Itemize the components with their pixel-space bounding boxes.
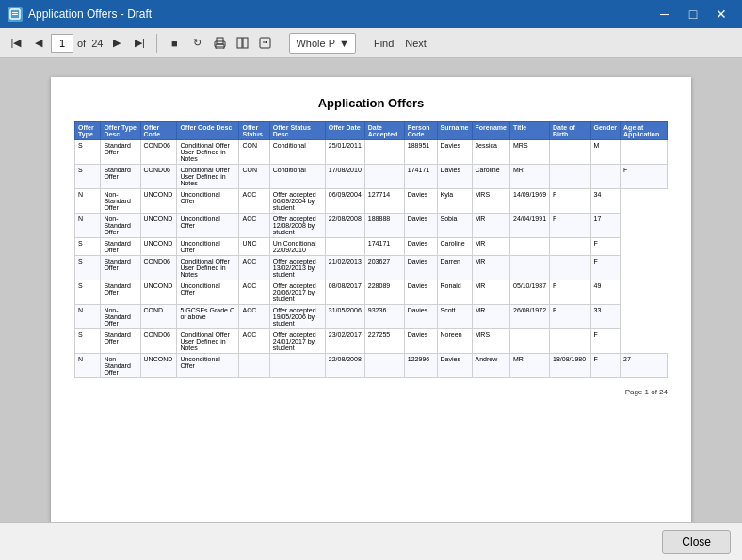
- svg-rect-7: [243, 38, 248, 48]
- table-cell: Standard Offer: [101, 329, 140, 354]
- table-cell: Conditional Offer User Defined in Notes: [177, 165, 239, 189]
- table-cell: 17/08/2010: [325, 165, 364, 189]
- table-cell: Standard Offer: [101, 280, 140, 305]
- table-cell: [550, 238, 590, 256]
- table-cell: UNCOND: [140, 354, 177, 378]
- next-page-button[interactable]: ▶: [106, 33, 127, 54]
- col-offer-status-desc: Offer Status Desc: [269, 122, 325, 140]
- table-cell: Davies: [437, 140, 472, 165]
- table-cell: 08/08/2017: [325, 280, 364, 305]
- table-row: SStandard OfferCOND06Conditional Offer U…: [75, 140, 668, 165]
- table-cell: 34: [590, 189, 621, 214]
- table-cell: [550, 256, 590, 280]
- table-cell: [590, 165, 621, 189]
- svg-rect-2: [12, 14, 18, 15]
- maximize-button[interactable]: □: [680, 5, 706, 24]
- export-button[interactable]: [254, 33, 275, 54]
- toolbar: |◀ ◀ 1 of 24 ▶ ▶| ■ ↻ Whole P ▼ Find Nex…: [0, 28, 742, 58]
- page-number-input[interactable]: 1: [51, 34, 73, 53]
- print-button[interactable]: [209, 33, 230, 54]
- table-cell: 122996: [404, 354, 437, 378]
- table-row: NNon-Standard OfferUNCONDUnconditional O…: [75, 354, 668, 378]
- table-cell: [510, 329, 550, 354]
- table-cell: Unconditional Offer: [177, 280, 239, 305]
- minimize-button[interactable]: ─: [652, 5, 678, 24]
- table-cell: COND06: [140, 329, 177, 354]
- table-cell: UNCOND: [140, 214, 177, 238]
- find-button[interactable]: Find: [370, 33, 397, 54]
- table-cell: F: [590, 256, 621, 280]
- table-cell: MR: [510, 354, 550, 378]
- table-row: SStandard OfferCOND06Conditional Offer U…: [75, 256, 668, 280]
- table-cell: Sobia: [437, 214, 472, 238]
- table-cell: Conditional Offer User Defined in Notes: [177, 329, 239, 354]
- table-cell: Standard Offer: [101, 256, 140, 280]
- table-cell: Unconditional Offer: [177, 214, 239, 238]
- prev-page-button[interactable]: ◀: [28, 33, 49, 54]
- table-cell: 188951: [404, 140, 437, 165]
- table-cell: MR: [510, 165, 550, 189]
- table-cell: N: [75, 189, 101, 214]
- first-page-button[interactable]: |◀: [6, 33, 26, 54]
- table-cell: S: [75, 256, 101, 280]
- table-cell: 06/09/2004: [325, 189, 364, 214]
- table-cell: Standard Offer: [101, 140, 140, 165]
- page-of-label: of: [77, 38, 86, 49]
- table-cell: [510, 256, 550, 280]
- table-cell: CON: [239, 140, 269, 165]
- layout-button[interactable]: [232, 33, 252, 54]
- table-cell: S: [75, 238, 101, 256]
- table-cell: 174171: [404, 165, 437, 189]
- table-cell: 23/02/2017: [325, 329, 364, 354]
- window-controls[interactable]: ─ □ ✕: [652, 5, 734, 24]
- table-cell: Darren: [437, 256, 472, 280]
- table-cell: Noreen: [437, 329, 472, 354]
- table-cell: UNCOND: [140, 238, 177, 256]
- table-cell: [239, 354, 269, 378]
- table-cell: Davies: [437, 165, 472, 189]
- table-cell: Davies: [404, 280, 437, 305]
- title-bar: Application Offers - Draft ─ □ ✕: [0, 0, 742, 28]
- window-close-button[interactable]: ✕: [708, 5, 734, 24]
- table-cell: COND: [140, 305, 177, 329]
- table-cell: S: [75, 165, 101, 189]
- next-find-button[interactable]: Next: [401, 33, 430, 54]
- table-row: SStandard OfferUNCONDUnconditional Offer…: [75, 238, 668, 256]
- table-row: SStandard OfferCOND06Conditional Offer U…: [75, 329, 668, 354]
- close-button[interactable]: Close: [662, 530, 731, 554]
- table-cell: N: [75, 354, 101, 378]
- table-cell: ACC: [239, 214, 269, 238]
- col-surname: Surname: [437, 122, 472, 140]
- table-cell: 188888: [364, 214, 404, 238]
- table-cell: COND06: [140, 140, 177, 165]
- refresh-button[interactable]: ↻: [186, 33, 207, 54]
- window-title: Application Offers - Draft: [28, 8, 652, 21]
- table-cell: 227255: [364, 329, 404, 354]
- separator-1: [156, 34, 157, 53]
- table-cell: S: [75, 140, 101, 165]
- table-cell: 18/08/1980: [550, 354, 590, 378]
- zoom-dropdown[interactable]: Whole P ▼: [289, 33, 355, 54]
- table-cell: ACC: [239, 189, 269, 214]
- table-cell: Standard Offer: [101, 238, 140, 256]
- stop-button[interactable]: ■: [164, 33, 185, 54]
- table-cell: 26/08/1972: [510, 305, 550, 329]
- table-cell: 24/04/1991: [510, 214, 550, 238]
- table-cell: ACC: [239, 305, 269, 329]
- table-cell: 31/05/2006: [325, 305, 364, 329]
- table-cell: MR: [472, 214, 509, 238]
- app-icon: [8, 7, 23, 22]
- table-cell: 05/10/1987: [510, 280, 550, 305]
- table-cell: Scott: [437, 305, 472, 329]
- table-cell: [550, 140, 590, 165]
- table-cell: MRS: [472, 189, 509, 214]
- table-cell: Offer accepted 20/06/2017 by student: [269, 280, 325, 305]
- table-cell: ACC: [239, 329, 269, 354]
- last-page-button[interactable]: ▶|: [129, 33, 150, 54]
- document-area: Application Offers Offer Type Offer Type…: [0, 58, 742, 522]
- table-cell: Davies: [404, 238, 437, 256]
- table-header-row: Offer Type Offer Type Desc Offer Code Of…: [75, 122, 668, 140]
- table-cell: F: [621, 165, 668, 189]
- table-cell: CON: [239, 165, 269, 189]
- table-cell: [364, 140, 404, 165]
